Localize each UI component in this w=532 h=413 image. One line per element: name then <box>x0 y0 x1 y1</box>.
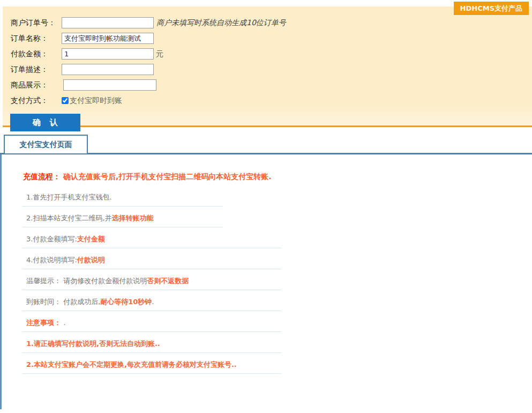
product-display-input[interactable] <box>63 79 156 91</box>
merchant-order-hint: 商户未填写时系统自动生成10位订单号 <box>156 18 286 28</box>
pay-method-label: 支付方式： <box>11 96 62 106</box>
amount-label: 付款金额： <box>11 49 62 59</box>
instruction-text: 3.付款金额填写: <box>26 235 77 243</box>
order-desc-label: 订单描述： <box>11 65 62 75</box>
instruction-emphasis-text: 1.请正确填写付款说明,否则无法自动到账.. <box>26 340 160 348</box>
order-desc-row: 订单描述： <box>11 62 532 77</box>
instruction-text: 温馨提示： 请勿修改付款金额付款说明 <box>26 277 147 285</box>
instruction-emphasis-text: 2.本站支付宝账户会不定期更换,每次充值前请务必核对支付宝账号.. <box>26 360 237 368</box>
instruction-text: 4.付款说明填写: <box>26 256 77 264</box>
hdhcms-product-badge: HDHCMS支付产品 <box>454 2 529 15</box>
instruction-row: 1.请正确填写付款说明,否则无法自动到账.. <box>22 332 281 353</box>
confirm-button[interactable]: 确 认 <box>10 114 80 131</box>
flow-header-label: 充值流程： <box>23 172 63 181</box>
merchant-order-label: 商户订单号： <box>11 18 62 28</box>
product-display-label: 商品展示： <box>11 80 62 90</box>
instruction-emphasis-text: 注意事项： <box>26 319 64 327</box>
product-display-row: 商品展示： <box>11 77 532 93</box>
payment-form-panel: HDHCMS支付产品 商户订单号： 商户未填写时系统自动生成10位订单号 订单名… <box>3 6 532 127</box>
merchant-order-row: 商户订单号： 商户未填写时系统自动生成10位订单号 <box>11 15 532 31</box>
amount-unit: 元 <box>156 49 163 59</box>
instruction-emphasis-text: 付款说明 <box>77 256 105 264</box>
flow-header-text: 确认充值账号后,打开手机支付宝扫描二维码向本站支付宝转账. <box>63 172 272 181</box>
payment-page: HDHCMS支付产品 商户订单号： 商户未填写时系统自动生成10位订单号 订单名… <box>0 0 532 413</box>
instruction-row: 1.首先打开手机支付宝钱包. <box>22 186 223 206</box>
instruction-row: 到账时间： 付款成功后,耐心等待10秒钟. <box>22 290 281 311</box>
instruction-row: 温馨提示： 请勿修改付款金额付款说明否则不返数据 <box>22 269 281 290</box>
instruction-row: 2.扫描本站支付宝二维码,并选择转账功能 <box>22 206 223 227</box>
instruction-row: 2.本站支付宝账户会不定期更换,每次充值前请务必核对支付宝账号.. <box>22 353 281 374</box>
alipay-instant-checkbox[interactable] <box>62 97 69 104</box>
alipay-instant-label: 支付宝即时到账 <box>70 96 122 106</box>
merchant-order-input[interactable] <box>62 17 154 28</box>
instruction-text: 到账时间： 付款成功后, <box>26 298 100 306</box>
order-name-row: 订单名称： <box>11 31 532 46</box>
pay-method-row: 支付方式： 支付宝即时到账 <box>11 93 532 108</box>
instruction-text: 2.扫描本站支付宝二维码,并 <box>26 214 112 222</box>
order-name-input[interactable] <box>62 33 154 44</box>
instruction-emphasis-text: 选择转账功能 <box>112 214 154 222</box>
instruction-text: . <box>64 319 66 327</box>
instruction-emphasis-text: 否则不返数据 <box>147 277 189 285</box>
instruction-row: 注意事项： . <box>22 311 281 332</box>
instruction-emphasis-text: 耐心等待10秒钟 <box>100 298 152 306</box>
tab-alipay-payment-page[interactable]: 支付宝支付页面 <box>4 135 88 154</box>
order-desc-input[interactable] <box>62 64 154 75</box>
instructions-list: 1.首先打开手机支付宝钱包.2.扫描本站支付宝二维码,并选择转账功能3.付款金额… <box>22 186 532 374</box>
instruction-row: 3.付款金额填写:支付金额 <box>22 227 281 248</box>
instruction-emphasis-text: 支付金额 <box>77 235 105 243</box>
order-name-label: 订单名称： <box>11 34 62 43</box>
amount-row: 付款金额： 元 <box>11 46 532 62</box>
instruction-row: 4.付款说明填写:付款说明 <box>22 248 281 269</box>
instruction-text: . <box>152 298 154 306</box>
recharge-flow-header: 充值流程： 确认充值账号后,打开手机支付宝扫描二维码向本站支付宝转账. <box>23 172 532 182</box>
amount-input[interactable] <box>62 48 154 60</box>
instruction-text: 1.首先打开手机支付宝钱包. <box>26 193 112 201</box>
instructions-panel: 充值流程： 确认充值账号后,打开手机支付宝扫描二维码向本站支付宝转账. 1.首先… <box>0 154 532 409</box>
